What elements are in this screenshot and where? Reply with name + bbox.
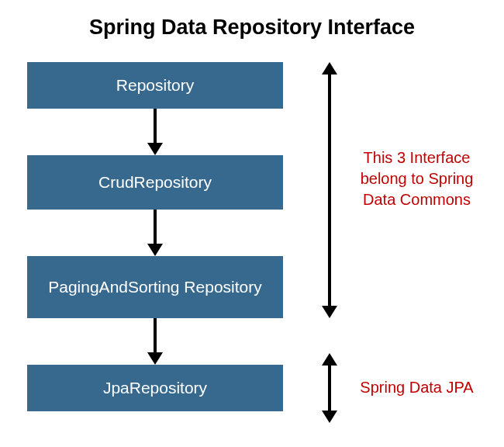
box-crud-repository: CrudRepository [27, 155, 283, 210]
diagram-title: Spring Data Repository Interface [0, 0, 504, 40]
diagram-canvas: Repository CrudRepository PagingAndSorti… [23, 54, 488, 435]
annotation-jpa: Spring Data JPA [349, 377, 485, 398]
range-arrow-jpa-icon [322, 353, 337, 423]
arrow-down-icon [151, 109, 159, 155]
annotation-commons: This 3 Interface belong to Spring Data C… [349, 147, 485, 210]
box-jpa-repository: JpaRepository [27, 365, 283, 411]
box-paging-sorting-repository: PagingAndSorting Repository [27, 256, 283, 318]
range-arrow-commons-icon [322, 62, 337, 318]
box-repository: Repository [27, 62, 283, 109]
arrow-down-icon [151, 210, 159, 256]
arrow-down-icon [151, 318, 159, 365]
